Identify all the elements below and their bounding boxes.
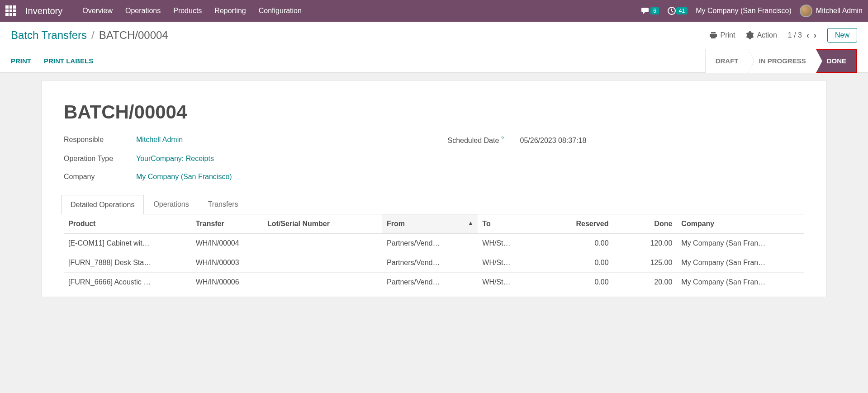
- cell-transfer: WH/IN/00006: [191, 273, 263, 292]
- operation-type-value[interactable]: YourCompany: Receipts: [136, 155, 214, 163]
- scheduled-date-value: 05/26/2023 08:37:18: [520, 137, 587, 145]
- cell-from: Partners/Vend…: [382, 253, 478, 273]
- cell-company: My Company (San Fran…: [677, 253, 804, 273]
- breadcrumb-current: BATCH/00004: [99, 29, 168, 42]
- left-actions: PRINT PRINT LABELS: [11, 57, 93, 65]
- form-sheet: BATCH/00004 Responsible Mitchell Admin S…: [42, 80, 826, 297]
- th-reserved[interactable]: Reserved: [541, 214, 613, 234]
- scheduled-date-label: Scheduled Date ?: [448, 136, 520, 145]
- th-transfer[interactable]: Transfer: [191, 214, 263, 234]
- field-operation-type: Operation Type YourCompany: Receipts: [64, 155, 421, 163]
- status-in-progress[interactable]: IN PROGRESS: [748, 49, 816, 73]
- breadcrumb: Batch Transfers / BATCH/00004: [11, 29, 168, 42]
- breadcrumb-sep: /: [91, 29, 95, 42]
- field-scheduled-date: Scheduled Date ? 05/26/2023 08:37:18: [448, 136, 805, 145]
- table-row[interactable]: [FURN_6666] Acoustic …WH/IN/00006Partner…: [64, 273, 804, 292]
- action-bar: PRINT PRINT LABELS DRAFT IN PROGRESS DON…: [0, 49, 868, 73]
- th-from[interactable]: From▲: [382, 214, 478, 234]
- action-label: Action: [757, 31, 777, 39]
- cell-product: [FURN_6666] Acoustic …: [64, 273, 191, 292]
- app-title[interactable]: Inventory: [25, 6, 62, 16]
- cell-company: My Company (San Fran…: [677, 234, 804, 253]
- cell-reserved: 0.00: [541, 234, 613, 253]
- th-done[interactable]: Done: [613, 214, 677, 234]
- print-labels-action[interactable]: PRINT LABELS: [44, 57, 93, 65]
- toolbar-actions: Print Action 1 / 3 ‹ › New: [709, 28, 857, 43]
- company-value[interactable]: My Company (San Francisco): [136, 173, 232, 181]
- tabs: Detailed Operations Operations Transfers: [61, 194, 804, 214]
- tab-detailed-operations[interactable]: Detailed Operations: [61, 195, 144, 214]
- company-label: Company: [64, 173, 136, 181]
- print-button[interactable]: Print: [709, 31, 735, 39]
- operations-table: Product Transfer Lot/Serial Number From▲…: [64, 214, 804, 292]
- pager-count[interactable]: 1 / 3: [788, 31, 802, 39]
- nav-configuration[interactable]: Configuration: [259, 7, 302, 15]
- avatar-icon: [800, 5, 812, 17]
- scheduled-date-label-text: Scheduled Date: [448, 137, 499, 144]
- gear-icon: [746, 31, 754, 39]
- status-draft[interactable]: DRAFT: [705, 49, 749, 73]
- action-button[interactable]: Action: [746, 31, 777, 39]
- responsible-label: Responsible: [64, 136, 136, 144]
- field-responsible: Responsible Mitchell Admin: [64, 136, 421, 145]
- cell-product: [FURN_7888] Desk Sta…: [64, 253, 191, 273]
- table-row[interactable]: [E-COM11] Cabinet wit…WH/IN/00004Partner…: [64, 234, 804, 253]
- field-company: Company My Company (San Francisco): [64, 173, 421, 181]
- new-button[interactable]: New: [827, 28, 857, 43]
- cell-done: 20.00: [613, 273, 677, 292]
- cell-transfer: WH/IN/00003: [191, 253, 263, 273]
- operation-type-label: Operation Type: [64, 155, 136, 163]
- cell-to: WH/St…: [478, 273, 541, 292]
- print-icon: [709, 31, 717, 39]
- pager-prev[interactable]: ‹: [806, 31, 809, 40]
- tab-transfers[interactable]: Transfers: [199, 194, 248, 214]
- pager: 1 / 3 ‹ ›: [788, 31, 816, 40]
- th-to[interactable]: To: [478, 214, 541, 234]
- navbar-right: 6 41 My Company (San Francisco) Mitchell…: [641, 5, 863, 17]
- nav-reporting[interactable]: Reporting: [214, 7, 246, 15]
- status-bar: DRAFT IN PROGRESS DONE: [705, 49, 857, 73]
- cell-company: My Company (San Fran…: [677, 273, 804, 292]
- cell-product: [E-COM11] Cabinet wit…: [64, 234, 191, 253]
- cell-lot: [263, 253, 382, 273]
- th-company[interactable]: Company: [677, 214, 804, 234]
- responsible-value[interactable]: Mitchell Admin: [136, 136, 183, 144]
- nav-overview[interactable]: Overview: [82, 7, 113, 15]
- content-wrap: BATCH/00004 Responsible Mitchell Admin S…: [0, 73, 868, 315]
- cell-from: Partners/Vend…: [382, 273, 478, 292]
- sort-asc-icon: ▲: [468, 220, 473, 226]
- cell-transfer: WH/IN/00004: [191, 234, 263, 253]
- th-from-label: From: [387, 220, 405, 227]
- field-grid: Responsible Mitchell Admin Scheduled Dat…: [64, 136, 804, 181]
- nav-products[interactable]: Products: [173, 7, 202, 15]
- nav-operations[interactable]: Operations: [125, 7, 161, 15]
- record-title: BATCH/00004: [64, 101, 804, 123]
- cell-from: Partners/Vend…: [382, 234, 478, 253]
- top-navbar: Inventory Overview Operations Products R…: [0, 0, 868, 22]
- pager-next[interactable]: ›: [814, 31, 816, 40]
- cell-to: WH/St…: [478, 234, 541, 253]
- cell-lot: [263, 273, 382, 292]
- th-product[interactable]: Product: [64, 214, 191, 234]
- navbar-left: Inventory Overview Operations Products R…: [5, 5, 302, 16]
- messages-icon[interactable]: 6: [641, 7, 659, 15]
- print-label: Print: [720, 31, 735, 39]
- apps-icon[interactable]: [5, 5, 16, 16]
- th-lot[interactable]: Lot/Serial Number: [263, 214, 382, 234]
- user-name: Mitchell Admin: [816, 7, 863, 15]
- activities-icon[interactable]: 41: [667, 6, 688, 15]
- cell-reserved: 0.00: [541, 273, 613, 292]
- activities-badge: 41: [676, 7, 688, 14]
- cell-reserved: 0.00: [541, 253, 613, 273]
- cell-lot: [263, 234, 382, 253]
- breadcrumb-parent[interactable]: Batch Transfers: [11, 29, 87, 42]
- tab-operations[interactable]: Operations: [144, 194, 198, 214]
- help-icon[interactable]: ?: [501, 136, 504, 141]
- cell-to: WH/St…: [478, 253, 541, 273]
- table-row[interactable]: [FURN_7888] Desk Sta…WH/IN/00003Partners…: [64, 253, 804, 273]
- print-action[interactable]: PRINT: [11, 57, 31, 65]
- breadcrumb-bar: Batch Transfers / BATCH/00004 Print Acti…: [0, 22, 868, 49]
- messages-badge: 6: [650, 7, 659, 14]
- user-menu[interactable]: Mitchell Admin: [800, 5, 863, 17]
- company-switcher[interactable]: My Company (San Francisco): [696, 7, 792, 15]
